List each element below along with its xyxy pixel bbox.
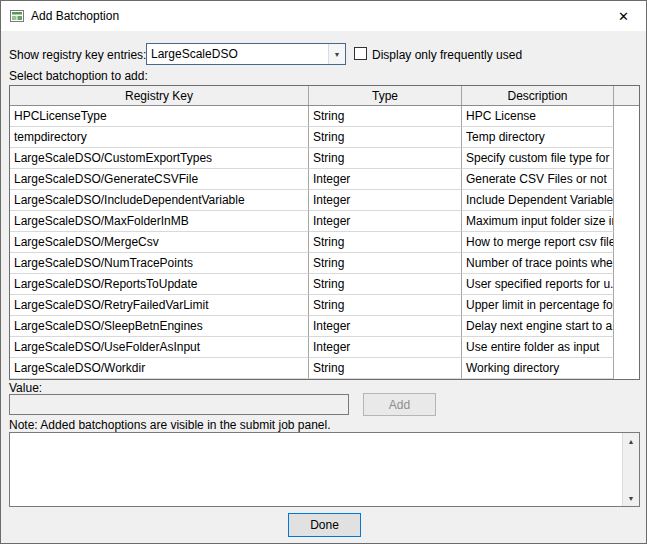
cell-registry-key: LargeScaleDSO/Workdir: [10, 358, 309, 379]
cell-type: String: [309, 148, 462, 169]
cell-description: Working directory: [462, 358, 614, 379]
cell-description: Include Dependent Variable ...: [462, 190, 614, 211]
cell-registry-key: LargeScaleDSO/SleepBetnEngines: [10, 316, 309, 337]
row-gutter: [614, 127, 639, 148]
cell-description: Temp directory: [462, 127, 614, 148]
cell-registry-key: HPCLicenseType: [10, 106, 309, 127]
registry-entries-label: Show registry key entries:: [9, 48, 146, 62]
cell-type: String: [309, 358, 462, 379]
cell-registry-key: tempdirectory: [10, 127, 309, 148]
window-title: Add Batchoption: [31, 9, 119, 23]
cell-registry-key: LargeScaleDSO/UseFolderAsInput: [10, 337, 309, 358]
row-gutter: [614, 316, 639, 337]
table-row[interactable]: LargeScaleDSO/RetryFailedVarLimit String…: [10, 295, 639, 316]
scroll-up-icon[interactable]: ▲: [623, 433, 639, 449]
table-header-row: Registry Key Type Description: [10, 86, 639, 106]
added-batchoptions-panel[interactable]: ▲ ▼: [9, 432, 640, 507]
cell-type: String: [309, 295, 462, 316]
column-header-type[interactable]: Type: [309, 86, 462, 105]
column-header-description[interactable]: Description: [462, 86, 614, 105]
frequently-used-label: Display only frequently used: [372, 48, 522, 62]
value-input[interactable]: [9, 394, 349, 415]
added-batchoptions-content: [10, 433, 622, 506]
vertical-scrollbar[interactable]: ▲ ▼: [622, 433, 639, 506]
row-gutter: [614, 232, 639, 253]
cell-type: Integer: [309, 190, 462, 211]
table-row[interactable]: LargeScaleDSO/IncludeDependentVariable I…: [10, 190, 639, 211]
cell-registry-key: LargeScaleDSO/IncludeDependentVariable: [10, 190, 309, 211]
batchoption-table: Registry Key Type Description HPCLicense…: [9, 85, 640, 380]
cell-description: Use entire folder as input: [462, 337, 614, 358]
titlebar: Add Batchoption ✕: [1, 1, 646, 31]
cell-description: Specify custom file type for ...: [462, 148, 614, 169]
done-button[interactable]: Done: [288, 513, 361, 537]
registry-entries-value: LargeScaleDSO: [147, 47, 328, 61]
row-gutter: [614, 253, 639, 274]
app-icon: [9, 8, 25, 24]
cell-registry-key: LargeScaleDSO/MergeCsv: [10, 232, 309, 253]
table-row[interactable]: LargeScaleDSO/MergeCsv String How to mer…: [10, 232, 639, 253]
cell-type: Integer: [309, 211, 462, 232]
table-row[interactable]: LargeScaleDSO/NumTracePoints String Numb…: [10, 253, 639, 274]
row-gutter: [614, 169, 639, 190]
cell-type: Integer: [309, 316, 462, 337]
close-icon[interactable]: ✕: [601, 1, 646, 31]
cell-registry-key: LargeScaleDSO/RetryFailedVarLimit: [10, 295, 309, 316]
row-gutter: [614, 211, 639, 232]
column-header-gutter: [614, 86, 639, 105]
cell-type: String: [309, 253, 462, 274]
row-gutter: [614, 274, 639, 295]
add-batchoption-dialog: Add Batchoption ✕ Show registry key entr…: [0, 0, 647, 544]
cell-description: HPC License: [462, 106, 614, 127]
row-gutter: [614, 358, 639, 379]
cell-description: Delay next engine start to a...: [462, 316, 614, 337]
table-row[interactable]: LargeScaleDSO/CustomExportTypes String S…: [10, 148, 639, 169]
row-gutter: [614, 190, 639, 211]
table-row[interactable]: LargeScaleDSO/Workdir String Working dir…: [10, 358, 639, 379]
table-row[interactable]: HPCLicenseType String HPC License: [10, 106, 639, 127]
cell-description: How to merge report csv files: [462, 232, 614, 253]
row-gutter: [614, 106, 639, 127]
cell-type: String: [309, 274, 462, 295]
cell-type: String: [309, 232, 462, 253]
table-row[interactable]: LargeScaleDSO/GenerateCSVFile Integer Ge…: [10, 169, 639, 190]
cell-type: Integer: [309, 169, 462, 190]
cell-type: Integer: [309, 337, 462, 358]
scroll-down-icon[interactable]: ▼: [623, 490, 639, 506]
row-gutter: [614, 148, 639, 169]
row-gutter: [614, 337, 639, 358]
note-text: Note: Added batchoptions are visible in …: [9, 418, 331, 432]
cell-registry-key: LargeScaleDSO/ReportsToUpdate: [10, 274, 309, 295]
cell-registry-key: LargeScaleDSO/MaxFolderInMB: [10, 211, 309, 232]
registry-entries-dropdown[interactable]: LargeScaleDSO ▼: [146, 43, 346, 65]
cell-registry-key: LargeScaleDSO/CustomExportTypes: [10, 148, 309, 169]
cell-registry-key: LargeScaleDSO/GenerateCSVFile: [10, 169, 309, 190]
cell-description: Generate CSV Files or not: [462, 169, 614, 190]
cell-description: Number of trace points whe...: [462, 253, 614, 274]
cell-description: Maximum input folder size in...: [462, 211, 614, 232]
cell-registry-key: LargeScaleDSO/NumTracePoints: [10, 253, 309, 274]
cell-type: String: [309, 106, 462, 127]
add-button: Add: [363, 393, 436, 416]
table-row[interactable]: LargeScaleDSO/UseFolderAsInput Integer U…: [10, 337, 639, 358]
column-header-registry-key[interactable]: Registry Key: [10, 86, 309, 105]
value-label: Value:: [9, 381, 42, 395]
cell-type: String: [309, 127, 462, 148]
table-row[interactable]: tempdirectory String Temp directory: [10, 127, 639, 148]
cell-description: Upper limit in percentage fo...: [462, 295, 614, 316]
select-batchoption-label: Select batchoption to add:: [9, 69, 148, 83]
frequently-used-checkbox[interactable]: [354, 47, 367, 60]
table-row[interactable]: LargeScaleDSO/SleepBetnEngines Integer D…: [10, 316, 639, 337]
table-row[interactable]: LargeScaleDSO/ReportsToUpdate String Use…: [10, 274, 639, 295]
row-gutter: [614, 295, 639, 316]
table-row[interactable]: LargeScaleDSO/MaxFolderInMB Integer Maxi…: [10, 211, 639, 232]
chevron-down-icon[interactable]: ▼: [328, 44, 345, 64]
cell-description: User specified reports for u...: [462, 274, 614, 295]
